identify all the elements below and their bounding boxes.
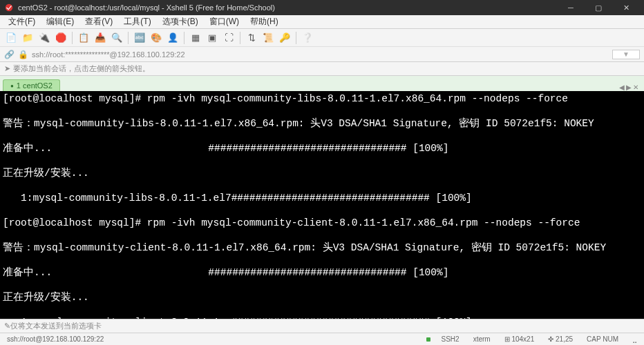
minimize-button[interactable]: ─ xyxy=(557,0,585,15)
tab-label: 1 centOS2 xyxy=(17,81,53,90)
password-dropdown[interactable]: ▼ xyxy=(612,50,640,59)
status-size: ⊞ 104x21 xyxy=(502,335,538,343)
address-text[interactable]: ssh://root:***************@192.168.100.1… xyxy=(32,50,608,59)
separator xyxy=(72,32,73,44)
window-title: centOS2 - root@localhost:/usr/local/mysq… xyxy=(18,3,557,12)
terminal-line: 警告：mysql-community-client-8.0.11-1.el7.x… xyxy=(3,241,641,254)
status-ssh: SSH2 xyxy=(439,335,462,343)
maximize-button[interactable]: ▢ xyxy=(585,0,612,15)
terminal-line: 警告：mysql-community-libs-8.0.11-1.el7.x86… xyxy=(3,117,641,130)
tab-close-icon[interactable]: ✕ xyxy=(633,83,638,91)
menu-file[interactable]: 文件(F) xyxy=(3,14,41,29)
tab-prev-icon[interactable]: ◀ xyxy=(619,83,625,91)
new-session-icon[interactable]: 📄 xyxy=(4,31,18,45)
lock-icon: 🔒 xyxy=(18,50,28,59)
menu-edit[interactable]: 编辑(E) xyxy=(41,14,79,29)
profile-icon[interactable]: 👤 xyxy=(166,31,180,45)
address-bar: 🔗 🔒 ssh://root:***************@192.168.1… xyxy=(0,47,644,62)
paste-icon[interactable]: 📥 xyxy=(93,31,107,45)
disconnect-icon[interactable]: 🛑 xyxy=(54,31,68,45)
window-titlebar: centOS2 - root@localhost:/usr/local/mysq… xyxy=(0,0,644,15)
cascade-icon[interactable]: ▣ xyxy=(205,31,219,45)
compose-hint-bar: ✎ 仅将文本发送到当前选项卡 xyxy=(0,319,644,333)
terminal-line: 准备中... #################################… xyxy=(3,142,641,155)
tab-next-icon[interactable]: ▶ xyxy=(626,83,632,91)
terminal-line: 正在升级/安装... xyxy=(3,291,641,304)
tab-nav: ◀ ▶ ✕ xyxy=(619,83,641,91)
open-icon[interactable]: 📁 xyxy=(21,31,35,45)
status-caps: CAP NUM xyxy=(584,335,621,343)
menu-tab[interactable]: 选项卡(B) xyxy=(157,14,204,29)
link-icon: 🔗 xyxy=(4,50,14,59)
reconnect-icon[interactable]: 🔌 xyxy=(37,31,51,45)
font-icon[interactable]: 🔤 xyxy=(133,31,146,45)
separator xyxy=(184,32,184,44)
separator xyxy=(240,32,240,44)
menu-window[interactable]: 窗口(W) xyxy=(204,14,245,29)
copy-icon[interactable]: 📋 xyxy=(77,31,91,45)
terminal-line: 1:mysql-community-libs-8.0.11-1.el7#####… xyxy=(3,192,641,204)
terminal-line: [root@localhost mysql]# rpm -ivh mysql-c… xyxy=(3,92,641,105)
menu-view[interactable]: 查看(V) xyxy=(79,14,118,29)
tab-session-1[interactable]: ● 1 centOS2 xyxy=(3,79,60,91)
key-icon[interactable]: 🔑 xyxy=(278,31,292,45)
find-icon[interactable]: 🔍 xyxy=(110,31,124,45)
status-connection: ssh://root@192.168.100.129:22 xyxy=(4,335,106,343)
session-tabbar: ● 1 centOS2 ◀ ▶ ✕ xyxy=(0,76,644,91)
transfer-icon[interactable]: ⇅ xyxy=(245,31,258,45)
status-bar: ssh://root@192.168.100.129:22 SSH2 xterm… xyxy=(0,333,644,345)
help-icon[interactable]: ❔ xyxy=(301,31,314,45)
compose-hint-text: 仅将文本发送到当前选项卡 xyxy=(10,321,102,331)
hint-text: 要添加当前会话，点击左侧的箭头按钮。 xyxy=(13,63,150,74)
menubar: 文件(F) 编辑(E) 查看(V) 工具(T) 选项卡(B) 窗口(W) 帮助(… xyxy=(0,15,644,29)
compose-icon[interactable]: ✎ xyxy=(4,322,10,331)
color-icon[interactable]: 🎨 xyxy=(149,31,163,45)
status-indicator-icon xyxy=(426,337,430,342)
connected-indicator-icon: ● xyxy=(10,83,14,89)
terminal-line: 准备中... #################################… xyxy=(3,266,641,279)
terminal-view[interactable]: [root@localhost mysql]# rpm -ivh mysql-c… xyxy=(0,91,644,319)
tile-icon[interactable]: ▦ xyxy=(189,31,202,45)
menu-help[interactable]: 帮助(H) xyxy=(245,14,284,29)
toolbar: 📄 📁 🔌 🛑 📋 📥 🔍 🔤 🎨 👤 ▦ ▣ ⛶ ⇅ 📜 🔑 ❔ xyxy=(0,29,644,47)
terminal-line: [root@localhost mysql]# rpm -ivh mysql-c… xyxy=(3,217,641,229)
status-resize-icon[interactable]: ⣀ xyxy=(629,335,640,343)
script-icon[interactable]: 📜 xyxy=(261,31,275,45)
status-pos: ✜ 21,25 xyxy=(545,335,576,343)
hint-arrow-icon[interactable]: ➤ xyxy=(4,64,10,73)
terminal-line: 正在升级/安装... xyxy=(3,167,641,179)
separator xyxy=(128,32,129,44)
separator xyxy=(296,32,296,44)
svg-point-0 xyxy=(6,4,13,12)
fullscreen-icon[interactable]: ⛶ xyxy=(222,31,236,45)
app-icon xyxy=(4,3,14,12)
status-term: xterm xyxy=(471,335,493,343)
close-button[interactable]: ✕ xyxy=(612,0,640,15)
menu-tools[interactable]: 工具(T) xyxy=(118,14,156,29)
hint-bar: ➤ 要添加当前会话，点击左侧的箭头按钮。 xyxy=(0,62,644,76)
